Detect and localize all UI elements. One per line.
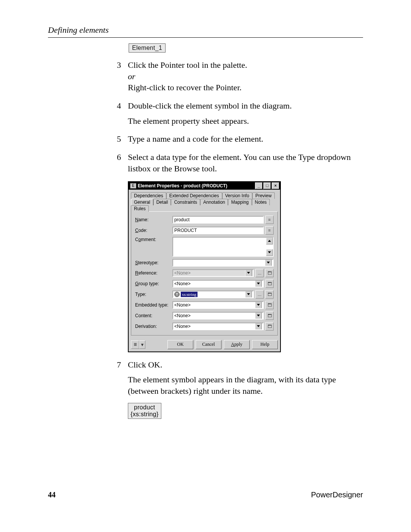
chevron-down-icon[interactable] [255, 280, 262, 287]
step-body: Select a data type for the element. You … [128, 152, 363, 174]
label-type: Type: [135, 292, 172, 297]
input-comment[interactable] [172, 237, 274, 257]
step-number: 5 [106, 133, 128, 145]
step-or: or [128, 71, 363, 82]
tab-mapping[interactable]: Mapping [228, 199, 252, 205]
reference-properties-button[interactable]: 🗔 [265, 269, 274, 277]
tab-annotation[interactable]: Annotation [200, 199, 228, 205]
label-embedded-type: Embedded type: [135, 302, 172, 308]
running-header: Defining elements [48, 25, 363, 38]
menu-icon: ≣ [131, 340, 139, 349]
select-type[interactable]: T xs:string [172, 291, 254, 298]
row-derivation: Derivation: <None> 🗔 [135, 322, 274, 331]
row-content: Content: <None> 🗔 [135, 312, 274, 320]
code-sync-button[interactable]: = [265, 226, 274, 235]
badge-line-2: {xs:string} [131, 411, 159, 417]
close-button[interactable]: × [272, 182, 279, 189]
row-group-type: Group type: <None> 🗔 [135, 280, 274, 288]
content: Element_1 3 Click the Pointer tool in th… [106, 42, 363, 419]
input-code[interactable]: PRODUCT [172, 227, 264, 234]
select-derivation[interactable]: <None> [172, 323, 264, 330]
chevron-down-icon[interactable] [255, 323, 262, 330]
content-properties-button[interactable]: 🗔 [265, 312, 274, 320]
chevron-down-icon[interactable] [245, 270, 252, 276]
apply-button[interactable]: Apply [224, 340, 250, 349]
step-4-followup: The element property sheet appears. [128, 115, 363, 127]
tab-preview[interactable]: Preview [252, 192, 275, 199]
select-reference[interactable]: <None> [172, 269, 254, 277]
step-text: Double-click the element symbol in the d… [128, 100, 363, 112]
row-type: Type: T xs:string … 🗔 [135, 290, 274, 299]
select-value: <None> [174, 313, 191, 318]
row-comment: Comment: [135, 237, 274, 257]
tab-rules[interactable]: Rules [131, 205, 149, 212]
chevron-down-icon: ▼ [139, 340, 145, 349]
derivation-properties-button[interactable]: 🗔 [265, 322, 274, 331]
label-code: Code: [135, 228, 172, 233]
badge-line-1: product [134, 404, 155, 411]
chevron-down-icon[interactable] [255, 312, 262, 319]
row-embedded-type: Embedded type: <None> 🗔 [135, 301, 274, 309]
label-reference: Reference: [135, 270, 172, 276]
select-value: xs:string [181, 292, 198, 297]
element-badge-before: Element_1 [129, 43, 166, 53]
tab-detail[interactable]: Detail [153, 199, 171, 205]
select-group-type[interactable]: <None> [172, 280, 264, 288]
row-code: Code: PRODUCT = [135, 226, 274, 235]
tab-constraints[interactable]: Constraints [171, 199, 200, 205]
chevron-down-icon[interactable] [265, 259, 272, 266]
type-properties-button[interactable]: 🗔 [265, 290, 274, 299]
step-7: 7 Click OK. [106, 359, 363, 371]
label-name: Name: [135, 217, 172, 222]
tab-notes[interactable]: Notes [252, 199, 270, 205]
chevron-down-icon[interactable] [245, 291, 252, 298]
step-number: 7 [106, 359, 128, 371]
select-content[interactable]: <None> [172, 312, 264, 320]
tab-version-info[interactable]: Version Info [222, 192, 252, 199]
label-content: Content: [135, 313, 172, 318]
step-number: 4 [106, 100, 128, 112]
step-3: 3 Click the Pointer tool in the palette.… [106, 59, 363, 93]
step-body: Click the Pointer tool in the palette. o… [128, 59, 363, 93]
label-group-type: Group type: [135, 281, 172, 286]
chevron-down-icon[interactable] [255, 302, 262, 308]
dialog-titlebar[interactable]: Element Properties - product (PRODUCT) _… [129, 182, 280, 190]
page-number: 44 [48, 490, 56, 499]
step-body: Double-click the element symbol in the d… [128, 100, 363, 112]
dialog-button-row: ≣ ▼ OK Cancel Apply Help [129, 338, 280, 351]
step-4: 4 Double-click the element symbol in the… [106, 100, 363, 112]
dialog-app-icon [130, 183, 136, 189]
dialog-figure: Element Properties - product (PRODUCT) _… [128, 181, 363, 352]
tab-dependencies[interactable]: Dependencies [131, 192, 166, 199]
type-browse-button[interactable]: … [255, 290, 264, 299]
step-text-alt: Right-click to recover the Pointer. [128, 82, 363, 93]
scroll-down-icon[interactable] [266, 249, 273, 256]
embedded-properties-button[interactable]: 🗔 [265, 301, 274, 309]
input-name[interactable]: product [172, 216, 264, 224]
tabs-row-1: Dependencies Extended Dependencies Versi… [129, 190, 280, 198]
page: Defining elements Element_1 3 Click the … [0, 0, 411, 532]
type-icon: T [174, 292, 180, 297]
step-number: 6 [106, 152, 128, 174]
step-7-followup: The element symbol appears in the diagra… [128, 374, 363, 396]
maximize-button[interactable]: □ [263, 182, 271, 189]
select-stereotype[interactable] [172, 259, 274, 267]
label-comment: Comment: [135, 237, 172, 242]
minimize-button[interactable]: _ [255, 182, 263, 189]
group-type-properties-button[interactable]: 🗔 [265, 280, 274, 288]
reference-browse-button[interactable]: … [255, 269, 264, 277]
select-value: <None> [174, 302, 191, 308]
dialog-menu-button[interactable]: ≣ ▼ [131, 340, 145, 349]
select-value: <None> [174, 281, 191, 286]
cancel-button[interactable]: Cancel [196, 340, 221, 349]
tab-general[interactable]: General [131, 199, 153, 205]
ok-button[interactable]: OK [167, 340, 193, 349]
help-button[interactable]: Help [252, 340, 278, 349]
name-sync-button[interactable]: = [265, 216, 274, 224]
step-text: Click the Pointer tool in the palette. [128, 59, 363, 71]
scroll-up-icon[interactable] [266, 238, 273, 244]
step-body: Type a name and a code for the element. [128, 133, 363, 145]
tab-extended-dependencies[interactable]: Extended Dependencies [166, 192, 222, 199]
select-embedded-type[interactable]: <None> [172, 301, 264, 309]
row-stereotype: Stereotype: [135, 259, 274, 267]
